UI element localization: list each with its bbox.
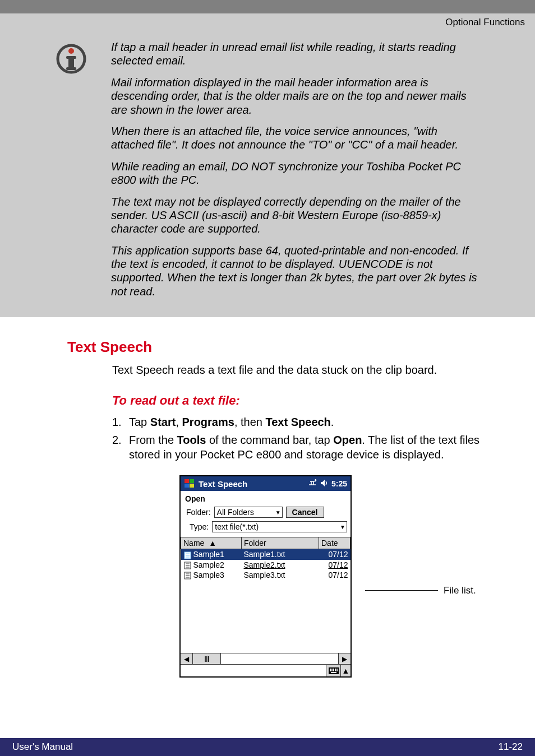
table-row[interactable]: Sample3 Sample3.txt 07/12 — [181, 570, 350, 580]
main-content: Text Speech Text Speech reads a text fil… — [0, 317, 535, 678]
callout-text: File list. — [444, 585, 476, 596]
scroll-right-icon[interactable]: ▶ — [338, 653, 350, 664]
cell-date: 07/12 — [319, 570, 350, 580]
screenshot-row: Text Speech 5:25 Open Folder: All Folder… — [179, 475, 485, 678]
svg-rect-7 — [185, 484, 189, 488]
callout-line — [365, 590, 438, 591]
info-icon — [56, 44, 86, 74]
svg-rect-8 — [190, 484, 194, 488]
note-para: If tap a mail header in unread email lis… — [111, 40, 482, 68]
svg-rect-30 — [335, 670, 336, 671]
cell-name: Sample1 — [193, 550, 224, 559]
table-row[interactable]: Sample2 Sample2.txt 07/12 — [181, 560, 350, 570]
chevron-down-icon: ▼ — [275, 509, 281, 516]
cell-date: 07/12 — [319, 560, 350, 570]
page-header: Optional Functions — [0, 13, 535, 31]
network-icon — [308, 479, 317, 489]
sort-asc-icon: ▲ — [209, 539, 216, 548]
windows-flag-icon — [184, 479, 195, 489]
cell-folder: Sample1.txt — [242, 549, 319, 560]
ss-type-row: Type: text file(*.txt) ▼ — [181, 520, 350, 535]
ss-title: Text Speech — [199, 479, 247, 489]
file-table: Name ▲ Folder Date Sample1 Sample1.txt 0… — [181, 537, 350, 580]
top-gray-bar — [0, 0, 535, 13]
svg-rect-6 — [190, 479, 194, 483]
cell-name: Sample3 — [193, 571, 224, 579]
svg-rect-31 — [336, 670, 338, 671]
type-combo[interactable]: text file(*.txt) ▼ — [212, 521, 347, 532]
footer-right: 11-22 — [499, 741, 523, 753]
footer-left: User's Manual — [12, 741, 73, 753]
folder-label: Folder: — [186, 508, 211, 517]
cell-date: 07/12 — [319, 549, 350, 560]
cell-name: Sample2 — [193, 560, 224, 569]
keyboard-icon[interactable] — [326, 665, 340, 676]
note-para: Mail information displayed in the mail h… — [111, 76, 482, 117]
ss-statusbar: ▲ — [181, 664, 350, 676]
note-para: This application supports base 64, quote… — [111, 244, 482, 299]
note-para: While reading an email, DO NOT synchroni… — [111, 160, 482, 187]
col-folder[interactable]: Folder — [242, 537, 319, 549]
note-para: The text may not be displayed correctly … — [111, 195, 482, 236]
ss-folder-row: Folder: All Folders ▼ Cancel — [181, 505, 350, 520]
chevron-down-icon: ▼ — [340, 524, 345, 530]
text-file-icon — [183, 572, 192, 579]
text-file-icon — [183, 562, 192, 569]
ss-scrollbar[interactable]: ◀ Ⅲ ▶ — [181, 653, 350, 664]
page-footer: User's Manual 11-22 — [0, 738, 535, 756]
step-number: 1. — [112, 415, 129, 429]
svg-rect-25 — [335, 669, 336, 670]
svg-rect-27 — [330, 670, 331, 671]
app-screenshot: Text Speech 5:25 Open Folder: All Folder… — [179, 475, 352, 678]
step-number: 2. — [112, 433, 129, 462]
table-row[interactable]: Sample1 Sample1.txt 07/12 — [181, 549, 350, 560]
svg-rect-29 — [333, 670, 334, 671]
speaker-icon — [320, 479, 328, 489]
section-intro: Text Speech reads a text file and the da… — [112, 364, 485, 377]
svg-rect-22 — [330, 669, 331, 670]
folder-value: All Folders — [217, 508, 254, 517]
cancel-button[interactable]: Cancel — [286, 507, 324, 518]
note-para: When there is an attached file, the voic… — [111, 124, 482, 152]
col-name[interactable]: Name ▲ — [181, 537, 242, 549]
step-text: From the Tools of the command bar, tap O… — [129, 433, 485, 462]
cell-folder: Sample2.txt — [242, 560, 319, 570]
section-subheading: To read out a text file: — [112, 393, 485, 408]
svg-rect-5 — [185, 479, 189, 483]
text-file-icon — [183, 551, 192, 559]
svg-point-1 — [68, 48, 74, 54]
sip-up-icon[interactable]: ▲ — [340, 665, 350, 676]
scroll-thumb[interactable]: Ⅲ — [193, 653, 221, 664]
svg-rect-24 — [333, 669, 334, 670]
svg-rect-4 — [66, 67, 76, 70]
svg-rect-26 — [336, 669, 338, 670]
type-value: text file(*.txt) — [215, 522, 259, 531]
scroll-left-icon[interactable]: ◀ — [181, 653, 193, 664]
cell-folder: Sample3.txt — [242, 570, 319, 580]
svg-rect-32 — [331, 672, 336, 673]
svg-rect-23 — [331, 669, 333, 670]
step-item: 1. Tap Start, Programs, then Text Speech… — [112, 415, 485, 429]
table-header-row: Name ▲ Folder Date — [181, 537, 350, 549]
callout: File list. — [365, 585, 476, 596]
ss-titlebar: Text Speech 5:25 — [181, 476, 350, 491]
header-right-text: Optional Functions — [445, 17, 525, 27]
folder-combo[interactable]: All Folders ▼ — [214, 507, 283, 518]
step-item: 2. From the Tools of the command bar, ta… — [112, 433, 485, 462]
ss-title-right: 5:25 — [308, 479, 347, 489]
section-heading: Text Speech — [67, 338, 485, 356]
info-note: If tap a mail header in unread email lis… — [0, 31, 535, 317]
type-label: Type: — [190, 522, 209, 531]
svg-rect-28 — [331, 670, 333, 671]
step-text: Tap Start, Programs, then Text Speech. — [129, 415, 485, 429]
svg-rect-3 — [66, 56, 76, 59]
ss-empty-area — [181, 580, 350, 653]
scroll-track[interactable] — [221, 653, 338, 664]
steps-list: 1. Tap Start, Programs, then Text Speech… — [112, 415, 485, 462]
col-date[interactable]: Date — [319, 537, 350, 549]
ss-open-label: Open — [181, 491, 350, 505]
note-body: If tap a mail header in unread email lis… — [111, 40, 482, 298]
ss-time: 5:25 — [331, 479, 347, 488]
